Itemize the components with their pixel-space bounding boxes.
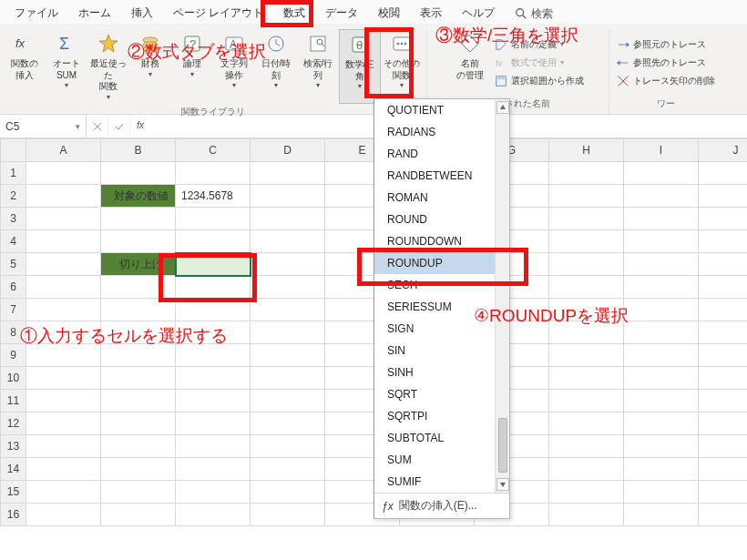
cell[interactable] [251,481,325,504]
dropdown-item[interactable]: RADIANS [374,121,509,143]
cell[interactable] [26,299,101,321]
cell[interactable] [26,321,101,344]
cell[interactable] [549,481,624,504]
row-header[interactable]: 3 [1,208,26,230]
trace-precedents-button[interactable]: 参照元のトレース [613,36,719,54]
row-header[interactable]: 15 [1,481,26,504]
cell[interactable] [549,504,624,526]
cell[interactable] [26,253,101,276]
cell[interactable] [176,481,251,504]
cell[interactable] [624,458,699,481]
recently-used-button[interactable]: 最近使った 関数▾ [87,29,129,104]
cell[interactable] [699,321,748,344]
cell[interactable] [251,412,325,435]
cell[interactable] [26,185,101,208]
cell[interactable] [26,504,101,526]
menu-review[interactable]: 校閲 [369,4,409,24]
cell-b2[interactable]: 対象の数値 [101,185,176,208]
cell[interactable] [624,412,699,435]
cell[interactable] [26,458,101,481]
cell[interactable] [549,253,624,276]
dropdown-item[interactable]: QUOTIENT [374,99,509,121]
cell[interactable] [699,344,748,367]
dropdown-item[interactable]: SQRTPI [374,405,509,427]
cell[interactable] [26,390,101,412]
cell[interactable] [101,230,176,253]
row-header[interactable]: 10 [1,367,26,390]
cell[interactable] [624,185,699,208]
cell[interactable] [549,162,624,185]
cell[interactable] [251,299,325,321]
more-functions-button[interactable]: その他の 関数▾ [381,29,423,104]
cell[interactable] [549,230,624,253]
trace-dependents-button[interactable]: 参照先のトレース [613,54,719,72]
cell[interactable] [101,458,176,481]
cell[interactable] [624,344,699,367]
cell[interactable] [176,276,251,299]
cell[interactable] [176,344,251,367]
cell[interactable] [251,321,325,344]
cell[interactable] [251,230,325,253]
col-header[interactable]: C [176,139,251,162]
cell[interactable] [26,162,101,185]
logical-button[interactable]: ? 論理▾ [171,29,213,104]
cell-c5-selected[interactable] [176,253,251,276]
cell[interactable] [549,344,624,367]
remove-arrows-button[interactable]: トレース矢印の削除 [613,72,719,90]
cell[interactable] [699,208,748,230]
cell[interactable] [624,276,699,299]
dropdown-item[interactable]: SECH [374,274,509,296]
dropdown-item[interactable]: SINH [374,361,509,383]
cell[interactable] [549,276,624,299]
dropdown-item[interactable]: RAND [374,143,509,165]
cell[interactable] [699,435,748,458]
name-manager-button[interactable]: 名前 の管理 [449,29,491,96]
row-header[interactable]: 11 [1,390,26,412]
cell[interactable] [549,390,624,412]
cell[interactable] [101,162,176,185]
cell[interactable] [251,208,325,230]
datetime-button[interactable]: 日付/時刻▾ [255,29,297,104]
dropdown-item[interactable]: SUM [374,449,509,471]
dropdown-item[interactable]: ROMAN [374,187,509,209]
cell[interactable] [699,276,748,299]
cell[interactable] [176,390,251,412]
dropdown-footer[interactable]: ƒx 関数の挿入(E)... [374,493,509,518]
scroll-up-icon[interactable] [496,101,509,114]
dropdown-scrollbar[interactable] [495,99,509,493]
row-header[interactable]: 14 [1,458,26,481]
dropdown-item[interactable]: ROUNDDOWN [374,230,509,252]
cell[interactable] [624,481,699,504]
cell[interactable] [26,367,101,390]
cell[interactable] [26,412,101,435]
cell[interactable] [549,412,624,435]
cell[interactable] [26,344,101,367]
cell[interactable] [549,299,624,321]
math-trig-button[interactable]: θ 数学/三角▾ [339,29,381,104]
lookup-button[interactable]: 検索/行列▾ [297,29,339,104]
cell[interactable] [549,321,624,344]
row-header[interactable]: 16 [1,504,26,526]
cell[interactable] [101,367,176,390]
dropdown-item[interactable]: SIN [374,340,509,361]
row-header[interactable]: 2 [1,185,26,208]
cell[interactable] [176,162,251,185]
search-box[interactable]: 検索 [515,4,553,24]
cell[interactable] [251,344,325,367]
cell[interactable] [251,253,325,276]
cell[interactable] [624,230,699,253]
cell[interactable] [624,162,699,185]
cell[interactable] [101,208,176,230]
col-header[interactable]: I [624,139,699,162]
cell[interactable] [549,185,624,208]
menu-file[interactable]: ファイル [5,4,67,24]
autosum-button[interactable]: Σ オート SUM▾ [46,29,87,104]
menu-pagelayout[interactable]: ページ レイアウト [164,4,272,24]
text-button[interactable]: A 文字列 操作▾ [213,29,255,104]
define-name-button[interactable]: 名前の定義▾ [491,36,588,54]
cell[interactable] [251,185,325,208]
scroll-thumb[interactable] [498,418,507,473]
dropdown-item[interactable]: SIGN [374,318,509,340]
row-header[interactable]: 5 [1,253,26,276]
cell[interactable] [176,412,251,435]
